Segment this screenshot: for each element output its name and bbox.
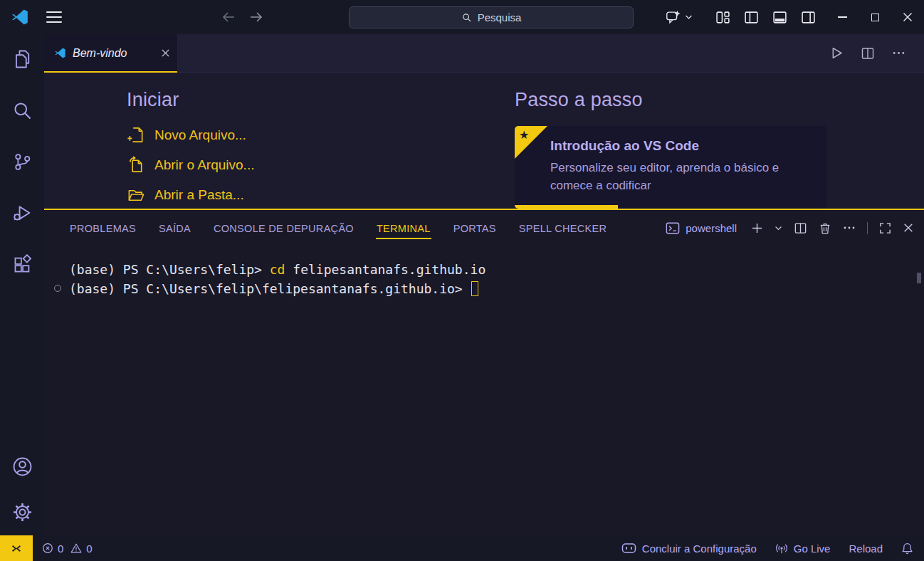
tab-label: Bem-vindo [73,47,127,60]
terminal-line: (base) PS C:\Users\felip> cd felipesanta… [69,260,924,279]
finish-setup-label: Concluir a Configuração [642,542,757,555]
tab-terminal[interactable]: TERMINAL [376,216,431,239]
open-file-icon [127,156,145,174]
warning-count: 0 [86,542,92,555]
tab-close-icon[interactable] [161,48,170,58]
run-file-icon[interactable] [829,46,844,61]
explorer-icon[interactable] [10,47,34,71]
go-forward-icon[interactable] [248,10,264,24]
status-bar: 0 0 Concluir a Configuração Go Li [0,535,924,561]
vscode-logo-icon [11,8,29,26]
command-decoration-icon[interactable] [54,285,61,292]
extensions-icon[interactable] [10,252,34,276]
chevron-down-icon [685,14,693,20]
walkthrough-card-description: Personalize seu editor, aprenda o básico… [550,159,796,194]
copilot-status-icon [621,542,636,554]
toggle-secondary-sidebar-icon[interactable] [801,10,816,25]
terminal-line: (base) PS C:\Users\felip\felipesantanafs… [69,279,924,298]
close-window-button[interactable] [891,0,924,34]
terminal-viewport[interactable]: (base) PS C:\Users\felip> cd felipesanta… [44,246,924,535]
layout-controls [715,10,816,25]
active-terminal-item[interactable]: powershell [666,221,737,235]
minimize-button[interactable] [826,0,859,34]
go-back-icon[interactable] [221,10,236,24]
open-folder-link[interactable]: Abrir a Pasta... [127,186,515,204]
tab-bem-vindo[interactable]: Bem-vindo [44,34,178,72]
open-file-label: Abrir o Arquivo... [154,157,254,173]
toggle-panel-icon[interactable] [772,10,787,25]
titlebar-right-controls [665,0,924,34]
split-terminal-icon[interactable] [794,221,807,235]
maximize-panel-icon[interactable] [879,222,891,234]
shell-label: powershell [686,222,737,234]
statusbar-right: Concluir a Configuração Go Live Reload [621,542,924,555]
problems-status[interactable]: 0 0 [42,542,95,555]
new-terminal-icon[interactable] [751,222,763,234]
notifications-bell[interactable] [901,542,913,555]
tab-saida[interactable]: SAÍDA [158,216,191,239]
minimize-icon [838,16,847,18]
tab-console-depuracao[interactable]: CONSOLE DE DEPURAÇÃO [213,216,355,239]
tab-portas[interactable]: PORTAS [453,216,497,239]
bottom-panel: PROBLEMAS SAÍDA CONSOLE DE DEPURAÇÃO TER… [44,210,924,535]
search-icon [461,12,472,23]
open-folder-icon [127,186,145,204]
panel-more-actions-icon[interactable] [843,221,856,234]
open-file-link[interactable]: Abrir o Arquivo... [127,156,515,174]
vscode-window: Pesquisa [0,0,924,561]
reload-button[interactable]: Reload [849,542,883,555]
source-control-icon[interactable] [10,150,34,174]
kill-terminal-trash-icon[interactable] [819,221,831,235]
panel-tabs: PROBLEMAS SAÍDA CONSOLE DE DEPURAÇÃO TER… [69,216,607,239]
new-file-label: Novo Arquivo... [154,127,246,143]
error-icon [42,542,53,554]
open-folder-label: Abrir a Pasta... [154,187,244,203]
customize-layout-icon[interactable] [715,10,730,25]
toggle-primary-sidebar-icon[interactable] [744,10,759,25]
panel-actions-divider [867,222,868,234]
title-bar: Pesquisa [0,0,924,34]
reload-label: Reload [849,542,883,555]
split-editor-icon[interactable] [861,46,875,61]
copilot-menu[interactable] [665,9,693,25]
more-actions-icon[interactable] [892,46,905,60]
close-panel-icon[interactable] [903,222,914,234]
star-icon: ★ [519,128,529,142]
search-placeholder: Pesquisa [478,11,522,23]
walkthrough-card-title: Introdução ao VS Code [550,138,809,154]
terminal-dropdown-chevron-icon[interactable] [775,225,782,231]
error-count: 0 [58,542,63,555]
menu-hamburger-icon[interactable] [46,11,62,23]
tab-spell-checker[interactable]: SPELL CHECKER [518,216,607,239]
terminal-cursor [471,281,478,296]
panel-actions: powershell [666,221,914,235]
go-live-button[interactable]: Go Live [775,542,831,555]
bell-icon [901,542,913,555]
copilot-finish-setup[interactable]: Concluir a Configuração [621,542,757,555]
activity-bar [0,34,44,535]
close-icon [903,12,913,22]
go-live-label: Go Live [794,542,831,555]
new-file-link[interactable]: Novo Arquivo... [127,126,515,144]
search-sidebar-icon[interactable] [10,98,34,122]
vscode-tab-icon [54,47,66,59]
editor-panel-column: Bem-vindo [44,34,924,535]
panel-header: PROBLEMAS SAÍDA CONSOLE DE DEPURAÇÃO TER… [44,210,924,246]
new-file-icon [127,126,145,144]
command-center-search[interactable]: Pesquisa [349,6,634,28]
warning-icon [70,542,82,554]
walkthrough-card[interactable]: ★ Introdução ao VS Code Personalize seu … [515,126,826,209]
walkthrough-section-title: Passo a passo [515,89,849,111]
settings-gear-icon[interactable] [10,500,34,524]
terminal-scrollbar-thumb[interactable] [917,273,921,283]
editor-actions [829,34,924,72]
maximize-button[interactable] [859,0,891,34]
tab-problemas[interactable]: PROBLEMAS [69,216,137,239]
run-debug-icon[interactable] [10,201,34,225]
broadcast-icon [775,542,788,555]
remote-icon [11,543,22,554]
powershell-terminal-icon [666,221,680,235]
remote-indicator[interactable] [0,535,33,561]
accounts-icon[interactable] [10,454,34,478]
workbench: Bem-vindo [0,34,924,535]
